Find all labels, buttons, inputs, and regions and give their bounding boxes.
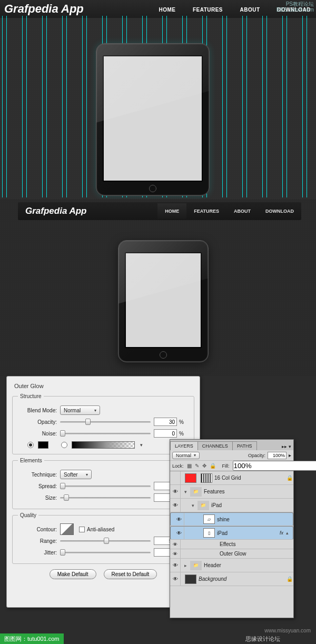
color-swatch[interactable] bbox=[38, 441, 48, 449]
eye-icon[interactable]: 👁 bbox=[170, 499, 181, 512]
spread-slider[interactable] bbox=[60, 482, 151, 490]
gradient-radio[interactable] bbox=[61, 442, 67, 448]
lock-pixels-icon[interactable]: ✎ bbox=[195, 463, 199, 469]
layer-row[interactable]: 👁 ▾ 📁 Features bbox=[170, 485, 293, 499]
folder-icon: 📁 bbox=[190, 487, 202, 497]
eye-icon[interactable]: 👁 bbox=[170, 559, 181, 572]
layer-thumb: ▯ bbox=[203, 528, 215, 538]
layer-row[interactable]: 👁 ▯ iPad fx ▴ bbox=[170, 526, 293, 540]
nav-features[interactable]: FEATURES bbox=[193, 7, 223, 13]
eye-icon[interactable]: 👁 bbox=[174, 513, 184, 526]
caret-icon: ▾ bbox=[86, 472, 88, 477]
nav-home[interactable]: HOME bbox=[159, 7, 175, 13]
nav-about[interactable]: ABOUT bbox=[226, 203, 258, 219]
noise-input[interactable] bbox=[154, 429, 177, 438]
size-slider[interactable] bbox=[60, 494, 151, 501]
logo: Grafpedia App bbox=[4, 2, 159, 16]
noise-slider[interactable] bbox=[60, 430, 151, 437]
tab-channels[interactable]: CHANNELS bbox=[197, 441, 233, 450]
twirl-icon[interactable]: ▸ bbox=[183, 563, 188, 568]
twirl-icon[interactable]: ▾ bbox=[183, 489, 188, 494]
tab-layers[interactable]: LAYERS bbox=[170, 441, 198, 450]
make-default-button[interactable]: Make Default bbox=[50, 569, 96, 579]
opacity-input[interactable] bbox=[154, 418, 177, 426]
visibility-toggle[interactable] bbox=[170, 471, 181, 484]
blend-mode-select[interactable]: Normal▾ bbox=[60, 405, 100, 415]
layer-list: 16 Col Grid 🔒 👁 ▾ 📁 Features 👁 ▾ 📁 iPad … bbox=[170, 471, 293, 618]
watermark-top: PS教程论坛 BBS.16xx8.com bbox=[276, 1, 314, 13]
dialog-title: Outer Glow bbox=[12, 383, 46, 389]
watermark-right: www.missyuan.com bbox=[264, 628, 311, 633]
lock-icon: 🔒 bbox=[286, 475, 293, 481]
folder-icon: 📁 bbox=[190, 561, 202, 570]
lock-icon: 🔒 bbox=[286, 576, 293, 582]
watermark-bottom-left: 图图网：tutu001.com bbox=[0, 633, 64, 644]
tab-paths[interactable]: PATHS bbox=[232, 441, 257, 450]
ipad-mockup-mid bbox=[118, 240, 209, 362]
eye-icon[interactable]: 👁 bbox=[170, 549, 181, 558]
layer-thumb bbox=[185, 473, 196, 483]
lock-position-icon[interactable]: ✥ bbox=[202, 463, 206, 469]
folder-icon: 📁 bbox=[197, 501, 209, 510]
contour-picker[interactable] bbox=[60, 523, 74, 535]
structure-group: Structure Blend Mode: Normal▾ Opacity: %… bbox=[12, 393, 194, 454]
twirl-icon[interactable]: ▾ bbox=[190, 503, 195, 508]
watermark-bottom-right: 思缘设计论坛 bbox=[241, 633, 284, 644]
caret-icon[interactable]: ▸ bbox=[289, 452, 291, 458]
caret-icon[interactable]: ▾ bbox=[140, 442, 143, 448]
design-canvas-with-guides: Grafpedia App HOME FEATURES ABOUT DOWNLO… bbox=[0, 0, 316, 199]
layer-row[interactable]: 👁 ▾ 📁 iPad bbox=[170, 499, 293, 512]
eye-icon[interactable]: 👁 bbox=[174, 527, 184, 539]
nav-features[interactable]: FEATURES bbox=[186, 203, 226, 219]
layers-panel: LAYERS CHANNELS PATHS ▸▸ ▾ Normal▾ Opaci… bbox=[170, 439, 294, 618]
layer-thumb bbox=[185, 574, 196, 584]
layer-effect-row[interactable]: 👁 Outer Glow bbox=[170, 549, 293, 559]
mask-thumb bbox=[201, 473, 212, 483]
quality-group: Quality Contour: Anti-aliased Range: % J… bbox=[12, 512, 194, 564]
eye-icon[interactable]: 👁 bbox=[170, 540, 181, 549]
layer-thumb: ▱ bbox=[203, 514, 215, 524]
fx-badge[interactable]: fx bbox=[273, 530, 284, 536]
logo: Grafpedia App bbox=[25, 206, 157, 216]
twirl-icon[interactable]: ▴ bbox=[284, 530, 290, 536]
eye-icon[interactable]: 👁 bbox=[170, 572, 181, 586]
layer-row[interactable]: 👁 ▸ 📁 Header bbox=[170, 559, 293, 572]
panel-menu-icon[interactable]: ▸▸ ▾ bbox=[280, 443, 293, 450]
lock-transparency-icon[interactable]: ▦ bbox=[187, 463, 192, 469]
reset-default-button[interactable]: Reset to Default bbox=[104, 569, 157, 579]
mid-nav-bar: Grafpedia App HOME FEATURES ABOUT DOWNLO… bbox=[18, 202, 301, 220]
elements-group: Elements Technique: Softer▾ Spread: % Si… bbox=[12, 458, 194, 509]
layer-opacity-input[interactable] bbox=[268, 452, 287, 459]
caret-icon: ▾ bbox=[94, 408, 96, 413]
range-slider[interactable] bbox=[60, 537, 151, 544]
color-radio[interactable] bbox=[27, 442, 34, 448]
layer-row[interactable]: 👁 Background 🔒 bbox=[170, 572, 293, 586]
nav-home[interactable]: HOME bbox=[157, 203, 186, 219]
anti-aliased-checkbox[interactable] bbox=[79, 527, 85, 532]
opacity-slider[interactable] bbox=[60, 418, 151, 425]
nav-download[interactable]: DOWNLOAD bbox=[258, 203, 301, 219]
panel-tabs: LAYERS CHANNELS PATHS ▸▸ ▾ bbox=[170, 440, 293, 450]
layer-row[interactable]: 👁 ▱ shine bbox=[170, 512, 293, 526]
design-canvas-clean: Grafpedia App HOME FEATURES ABOUT DOWNLO… bbox=[0, 199, 316, 376]
technique-select[interactable]: Softer▾ bbox=[60, 470, 92, 479]
layer-fill-input[interactable] bbox=[233, 461, 316, 471]
blend-mode-select[interactable]: Normal▾ bbox=[172, 452, 200, 459]
jitter-slider[interactable] bbox=[60, 549, 151, 556]
top-nav-bar: Grafpedia App HOME FEATURES ABOUT DOWNLO… bbox=[0, 0, 316, 18]
nav-about[interactable]: ABOUT bbox=[240, 7, 260, 13]
ipad-mockup-top bbox=[96, 43, 210, 196]
eye-icon[interactable]: 👁 bbox=[170, 485, 181, 498]
lock-all-icon[interactable]: 🔒 bbox=[210, 463, 216, 469]
layer-row[interactable]: 16 Col Grid 🔒 bbox=[170, 471, 293, 485]
gradient-swatch[interactable] bbox=[72, 441, 135, 449]
layer-effect-row[interactable]: 👁 Effects bbox=[170, 540, 293, 549]
